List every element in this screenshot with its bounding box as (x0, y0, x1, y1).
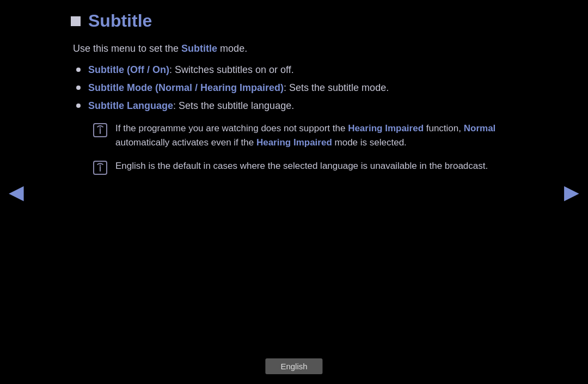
title-square-icon (71, 16, 81, 26)
nav-right-button[interactable]: ▶ (563, 179, 580, 205)
svg-point-5 (100, 164, 101, 166)
bullet-desc-3: : Sets the subtitle language. (173, 100, 294, 111)
bottom-bar: English (265, 358, 322, 374)
bullet-dot-icon (76, 86, 81, 90)
bullet-dot-icon (76, 103, 81, 108)
left-arrow-icon: ◀ (9, 182, 24, 202)
intro-before: Use this menu to set the (73, 43, 181, 54)
note-highlight: Hearing Impaired (256, 137, 332, 148)
bullet-text-3: Subtitle Language: Sets the subtitle lan… (88, 100, 294, 112)
intro-paragraph: Use this menu to set the Subtitle mode. (73, 43, 517, 54)
note-icon-1 (93, 123, 108, 138)
list-item: Subtitle Mode (Normal / Hearing Impaired… (76, 82, 517, 94)
bullet-desc-2: : Sets the subtitle mode. (284, 82, 389, 93)
list-item: Subtitle Language: Sets the subtitle lan… (76, 100, 517, 112)
bullet-dot-icon (76, 68, 81, 72)
page-title: Subtitle (88, 11, 152, 31)
main-content: Subtitle Use this menu to set the Subtit… (27, 0, 561, 195)
bullet-text-2: Subtitle Mode (Normal / Hearing Impaired… (88, 82, 389, 94)
note-text-1: If the programme you are watching does n… (115, 121, 517, 150)
note-block-1: If the programme you are watching does n… (93, 121, 517, 150)
note-highlight: Normal (464, 123, 496, 133)
list-item: Subtitle (Off / On): Switches subtitles … (76, 64, 517, 76)
intro-after: mode. (217, 43, 247, 54)
intro-highlight: Subtitle (181, 43, 217, 54)
note-text-2: English is the default in cases where th… (115, 159, 488, 173)
bullet-desc-1: : Switches subtitles on or off. (169, 64, 294, 75)
nav-left-button[interactable]: ◀ (8, 179, 25, 205)
note-icon-2 (93, 160, 108, 175)
bullet-text-1: Subtitle (Off / On): Switches subtitles … (88, 64, 294, 76)
note-highlight: Hearing Impaired (348, 123, 424, 133)
bullet-label-1: Subtitle (Off / On) (88, 64, 169, 75)
bullet-list: Subtitle (Off / On): Switches subtitles … (76, 64, 517, 112)
bullet-label-2: Subtitle Mode (Normal / Hearing Impaired… (88, 82, 284, 93)
right-arrow-icon: ▶ (564, 182, 579, 202)
title-row: Subtitle (71, 11, 517, 31)
svg-point-2 (100, 127, 101, 128)
language-button[interactable]: English (265, 358, 322, 374)
note-block-2: English is the default in cases where th… (93, 159, 517, 175)
bullet-label-3: Subtitle Language (88, 100, 173, 111)
